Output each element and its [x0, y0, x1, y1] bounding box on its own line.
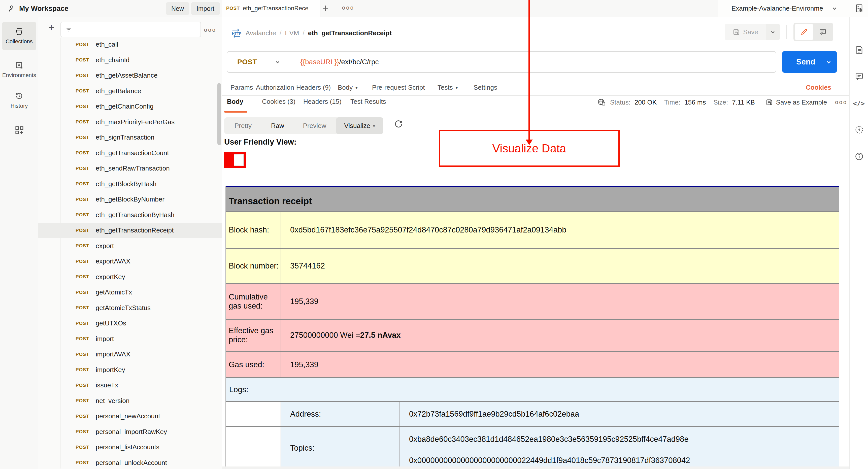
sidebar-request-item[interactable]: POST import: [38, 331, 222, 347]
row-value: 0xd5bd167f183efc36e75a925507f24d8470c87c…: [281, 212, 839, 248]
sidebar-request-item[interactable]: POST eth_getBalance: [38, 83, 222, 99]
comments-icon[interactable]: [855, 72, 864, 81]
sidebar-request-item[interactable]: POST eth_signTransaction: [38, 130, 222, 145]
add-request-button[interactable]: +: [49, 23, 54, 32]
info-icon[interactable]: [855, 152, 864, 161]
status-value[interactable]: 200 OK: [634, 98, 657, 106]
visualizer-checkbox[interactable]: [234, 154, 244, 166]
view-pretty[interactable]: Pretty: [224, 117, 262, 134]
sidebar-request-item[interactable]: POST getAtomicTx: [38, 285, 222, 300]
topic-value: 0x00000000000000000000000022449dd1f9a401…: [409, 456, 839, 465]
sidebar-request-item[interactable]: POST eth_getTransactionReceipt: [38, 223, 222, 238]
sidebar-scrollbar-thumb[interactable]: [217, 83, 221, 145]
postbot-lightning-icon[interactable]: [855, 125, 864, 134]
sidebar-request-item[interactable]: POST exportAVAX: [38, 254, 222, 269]
new-button[interactable]: New: [166, 2, 189, 15]
annotation-arrow-line: [528, 0, 530, 140]
cookies-link[interactable]: Cookies: [806, 80, 831, 95]
sidebar-item-environments[interactable]: Environments: [2, 55, 36, 84]
url-input[interactable]: {{baseURL}}/ext/bc/C/rpc: [300, 58, 379, 66]
sidebar-request-item[interactable]: POST importKey: [38, 362, 222, 378]
save-as-example-button[interactable]: Save as Example: [766, 98, 827, 106]
response-tab-body[interactable]: Body: [227, 98, 243, 105]
tab-options-icon[interactable]: ooo: [342, 4, 354, 11]
sidebar-item-collections[interactable]: Collections: [2, 22, 36, 51]
breadcrumb-collection[interactable]: Avalanche: [246, 29, 276, 37]
response-options-icon[interactable]: ooo: [835, 99, 847, 105]
user-avatar-icon[interactable]: [7, 4, 16, 13]
response-view-switch: Pretty Raw Preview Visualize●: [224, 117, 383, 134]
more-tools-icon[interactable]: [14, 125, 25, 135]
sidebar-request-item[interactable]: POST eth_maxPriorityFeePerGas: [38, 114, 222, 130]
tab-tests[interactable]: Tests●: [437, 80, 458, 95]
open-request-tab[interactable]: POST eth_getTransactionRece: [222, 0, 320, 17]
sidebar-request-item[interactable]: POST export: [38, 238, 222, 254]
environment-selector[interactable]: Example-Avalanche-Environme: [732, 4, 823, 12]
sidebar-request-item[interactable]: POST eth_getBlockByNumber: [38, 192, 222, 207]
comment-mode-button[interactable]: [813, 24, 832, 40]
documentation-icon[interactable]: [855, 45, 864, 55]
method-badge: POST: [75, 42, 89, 48]
request-name: eth_call: [96, 40, 118, 49]
sidebar-request-item[interactable]: POST net_version: [38, 393, 222, 409]
method-badge: POST: [75, 336, 89, 342]
sidebar-request-item[interactable]: POST getAtomicTxStatus: [38, 300, 222, 316]
workspace-title[interactable]: My Workspace: [19, 0, 68, 17]
sidebar-item-history[interactable]: History: [2, 87, 36, 114]
import-button[interactable]: Import: [191, 2, 220, 15]
sidebar-filter-input[interactable]: [60, 22, 201, 37]
sidebar-request-item[interactable]: POST personal_unlockAccount: [38, 455, 222, 469]
method-badge: POST: [75, 305, 89, 311]
refresh-icon[interactable]: [394, 119, 404, 129]
chevron-down-icon[interactable]: [274, 58, 281, 65]
annotation-text: Visualize Data: [492, 142, 566, 155]
method-selector[interactable]: POST: [237, 58, 257, 66]
time-value[interactable]: 156 ms: [684, 98, 706, 106]
environment-quick-look-icon[interactable]: [855, 3, 864, 13]
sidebar-options-icon[interactable]: ooo: [204, 27, 216, 33]
network-globe-icon[interactable]: [597, 98, 606, 107]
send-button[interactable]: Send: [782, 51, 837, 73]
request-name: export: [96, 242, 114, 250]
chevron-down-icon[interactable]: [831, 4, 838, 12]
sidebar-request-item[interactable]: POST eth_getChainConfig: [38, 99, 222, 114]
view-preview[interactable]: Preview: [293, 117, 336, 134]
sidebar-request-item[interactable]: POST personal_newAccount: [38, 409, 222, 424]
row-label: Cumulative gas used:: [226, 284, 281, 319]
size-value[interactable]: 7.11 KB: [732, 98, 755, 106]
sidebar-request-item[interactable]: POST personal_importRawKey: [38, 424, 222, 440]
response-tab-test-results[interactable]: Test Results: [350, 98, 386, 105]
sidebar-request-item[interactable]: POST eth_sendRawTransaction: [38, 161, 222, 176]
sidebar-request-item[interactable]: POST eth_getTransactionCount: [38, 145, 222, 161]
sidebar-request-item[interactable]: POST importAVAX: [38, 347, 222, 362]
sidebar-request-item[interactable]: POST eth_getTransactionByHash: [38, 207, 222, 223]
send-options-chevron-icon[interactable]: [825, 58, 833, 66]
response-tab-headers[interactable]: Headers (15): [303, 98, 342, 105]
annotation-box: Visualize Data: [439, 130, 620, 167]
new-tab-button[interactable]: +: [322, 3, 329, 13]
response-tab-cookies[interactable]: Cookies (3): [262, 98, 296, 105]
save-button[interactable]: Save: [725, 24, 766, 40]
sidebar-request-item[interactable]: POST getUTXOs: [38, 316, 222, 331]
code-icon[interactable]: </>: [853, 100, 865, 107]
view-visualize[interactable]: Visualize●: [336, 117, 383, 134]
sidebar-request-item[interactable]: POST eth_getBlockByHash: [38, 176, 222, 192]
method-badge: POST: [75, 444, 89, 450]
tab-prerequest-script[interactable]: Pre-request Script: [372, 80, 425, 95]
save-options-button[interactable]: [766, 24, 780, 40]
sidebar-request-item[interactable]: POST eth_getAssetBalance: [38, 68, 222, 83]
sidebar-request-item[interactable]: POST exportKey: [38, 269, 222, 285]
tab-body[interactable]: Body●: [338, 80, 358, 95]
tab-settings[interactable]: Settings: [473, 80, 497, 95]
sidebar-request-item[interactable]: POST eth_chainId: [38, 52, 222, 68]
sidebar-request-item[interactable]: POST eth_call: [38, 37, 222, 52]
tab-params[interactable]: Params: [230, 80, 253, 95]
sidebar-request-item[interactable]: POST issueTx: [38, 378, 222, 393]
response-meta: Status: 200 OK Time: 156 ms Size: 7.11 K…: [597, 98, 847, 107]
breadcrumb-folder[interactable]: EVM: [285, 29, 299, 37]
sidebar-request-item[interactable]: POST personal_listAccounts: [38, 440, 222, 455]
view-raw[interactable]: Raw: [262, 117, 293, 134]
tab-headers[interactable]: Headers (9): [296, 80, 331, 95]
tab-authorization[interactable]: Authorization: [256, 80, 294, 95]
edit-mode-button[interactable]: [795, 24, 813, 40]
